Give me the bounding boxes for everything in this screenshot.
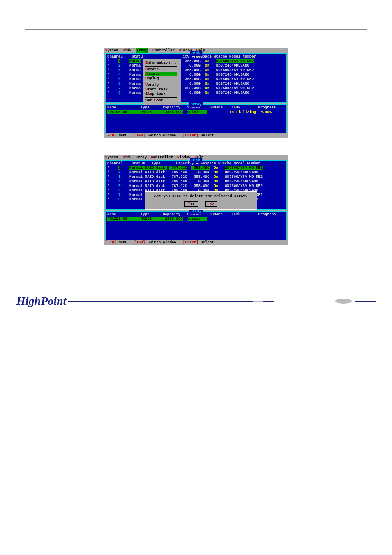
menu-system[interactable]: System: [105, 155, 118, 160]
table-row[interactable]: * 8 Norma 9G 0.06G On HDS724040KLSA80: [107, 91, 285, 95]
menu-item-create[interactable]: Create...: [145, 67, 177, 72]
status-bar: [F10] Menu [TAB] Switch window [Enter] S…: [104, 240, 288, 245]
bios-console-2: System Disk Array Controller Window Help…: [104, 155, 288, 245]
disk-panel-title: Disk: [190, 158, 202, 163]
table-row[interactable]: *RAID5_00 RAID5 2865.99G Uninit -: [107, 217, 285, 221]
menu-item-information[interactable]: Information...: [145, 61, 177, 65]
array-panel-title: Array: [189, 209, 203, 214]
dialog-no-button[interactable]: No: [205, 201, 217, 207]
table-row[interactable]: * 4 Norma 9G 0.06G On HDS724040KLSA80: [107, 73, 285, 77]
menu-array[interactable]: Array: [136, 48, 148, 53]
table-row[interactable]: * 2 Normal RAID disk 409.49G 0.06G On HD…: [107, 170, 285, 175]
table-row[interactable]: * 1 Norma 2G 358.49G On WD7500AYSY WD RE…: [107, 59, 285, 64]
dialog-message: Are you sure to delete the selected arra…: [148, 194, 254, 199]
table-row[interactable]: * 3 Norma 2G 358.49G On WD7500AYSY WD RE…: [107, 68, 285, 73]
footer-line-tail: [355, 301, 376, 302]
menu-item-unplug[interactable]: Unplug: [145, 76, 177, 81]
menu-window[interactable]: Window: [177, 155, 190, 160]
bios-console-1: System Disk Array Controller Window Help…: [104, 48, 288, 138]
menu-controller[interactable]: Controller: [152, 48, 175, 53]
disk-panel-title: Disk: [190, 51, 202, 56]
array-panel: Array Name Type Capacity Status OSName T…: [105, 104, 287, 133]
highpoint-logo: HighPoint: [16, 295, 66, 308]
disk-panel: Disk Channel Status Type Capacity FreeSp…: [105, 160, 287, 210]
disk-panel: Disk Channel Statu ity FreeSpace WCache …: [105, 53, 287, 103]
table-row[interactable]: * 2 Norma 9G 0.06G On HDS724040KLSA80: [107, 64, 285, 68]
menu-controller[interactable]: Controller: [151, 155, 173, 160]
menu-item-stop-task[interactable]: Stop task: [145, 92, 177, 97]
table-row[interactable]: * 3 Normal RAID disk 767.92G 358.49G On …: [107, 175, 285, 180]
menu-item-start-task[interactable]: Start task: [145, 88, 177, 92]
footer-page-oval: [335, 299, 352, 304]
table-row[interactable]: * 4 Normal RAID disk 409.49G 0.06G On HD…: [107, 180, 285, 184]
menu-item-set-boot[interactable]: Set Boot: [145, 99, 177, 103]
menu-disk[interactable]: Disk: [122, 48, 131, 53]
confirm-dialog: Are you sure to delete the selected arra…: [145, 191, 257, 210]
table-row[interactable]: * 6 Norma 9G 0.06G On HDS724040KLSA80: [107, 82, 285, 86]
array-dropdown[interactable]: Information... Create... Delete Unplug V…: [143, 59, 181, 105]
table-row[interactable]: * 1 Normal RAID disk 767.92G 358.49G On …: [107, 166, 285, 170]
array-panel: Array Name Type Capacity Status OSName T…: [105, 211, 287, 240]
status-bar: [F10] Menu [TAB] Switch window [Enter] S…: [104, 133, 288, 138]
table-row[interactable]: * 5 Normal RAID disk 767.92G 358.49G On …: [107, 184, 285, 189]
page-footer: HighPoint: [16, 295, 376, 308]
footer-line: [68, 301, 332, 302]
menu-system[interactable]: System: [105, 48, 118, 53]
menu-disk[interactable]: Disk: [122, 155, 131, 160]
divider: [25, 29, 367, 30]
menu-array[interactable]: Array: [136, 155, 147, 160]
table-row[interactable]: * 7 Norma 2G 358.49G On WD7500AYSY WD RE…: [107, 86, 285, 91]
array-panel-title: Array: [189, 102, 203, 107]
menu-item-verify[interactable]: Verify: [145, 83, 177, 88]
table-row[interactable]: * 5 Norma 2G 358.49G On WD7500AYSY WD RE…: [107, 77, 285, 82]
menu-item-delete[interactable]: Delete: [145, 72, 177, 76]
dialog-yes-button[interactable]: Yes: [184, 201, 198, 207]
table-row[interactable]: *RAID5_00 RAID5 2865.99G Uninit Initiali…: [107, 110, 285, 115]
